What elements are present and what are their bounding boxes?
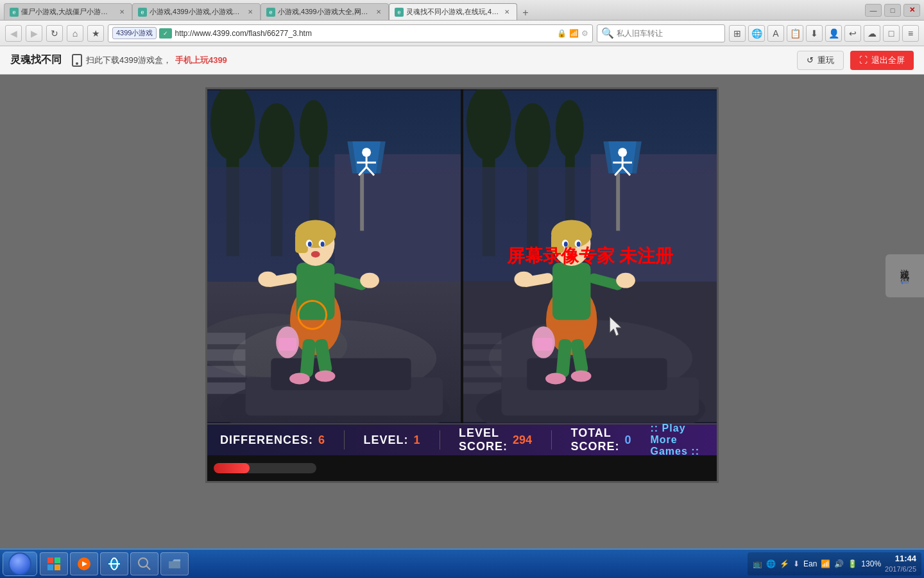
- promo-text: 扫此下载4399游戏盒，: [86, 55, 171, 66]
- favorites-button[interactable]: 📋: [787, 25, 803, 42]
- fullscreen-button[interactable]: ⛶ 退出全屏: [850, 51, 914, 70]
- svg-point-40: [258, 272, 277, 287]
- svg-rect-28: [296, 263, 335, 320]
- game-container: 屏幕录像专家 未注册 Differences: 6 Level: 1 Level…: [205, 87, 719, 483]
- download-button[interactable]: ⬇: [806, 25, 823, 42]
- svg-point-67: [618, 148, 627, 157]
- tab-3-close[interactable]: ✕: [374, 8, 383, 17]
- hud-differences: Differences: 6: [220, 434, 325, 447]
- total-label: Total Score:: [570, 426, 619, 453]
- bookmark-button[interactable]: ★: [87, 25, 104, 42]
- back-button[interactable]: ◀: [5, 25, 22, 42]
- network-icon: 📶: [821, 559, 830, 568]
- accelerator-icon: ⚡: [780, 559, 789, 568]
- tab-3-favicon: e: [266, 8, 275, 17]
- refresh-icon: ↺: [807, 55, 814, 65]
- game-title: 灵魂找不同: [10, 53, 62, 67]
- tab-1-close[interactable]: ✕: [117, 8, 126, 17]
- nav-bar: ◀ ▶ ↻ ⌂ ★ 4399小游戏 ✓ 🔒 📶 ⚙ 🔍 ⊞ 🌐 A 📋 ⬇ 👤 …: [0, 21, 924, 46]
- taskbar: 📺 🌐 ⚡ ⬇ Ean 📶 🔊 🔋 130% 11:44 2017/6/25: [0, 548, 924, 578]
- taskbar-app-4[interactable]: [160, 552, 189, 575]
- score-label: Level Score:: [459, 426, 508, 453]
- tab-4[interactable]: e 灵魂找不同小游戏,在线玩,4399... ✕: [389, 3, 517, 20]
- play-more-button[interactable]: :: Play More Games ::: [651, 423, 704, 457]
- ie-icon: [107, 557, 121, 571]
- search-engine-icon: 🔍: [601, 27, 614, 39]
- taskbar-app-ie[interactable]: [100, 552, 128, 575]
- toolbar-right: ↺ 重玩 ⛶ 退出全屏: [797, 51, 914, 70]
- cloud-button[interactable]: ☁: [864, 25, 880, 42]
- tab-4-favicon: e: [395, 8, 404, 17]
- folder-icon: [167, 557, 182, 571]
- tab-1-favicon: e: [10, 8, 19, 17]
- browser-icon: 🌐: [766, 559, 776, 568]
- screen-button[interactable]: □: [883, 25, 900, 42]
- hud-level: Level: 1: [363, 434, 420, 447]
- timer-track: [214, 463, 316, 473]
- undo-button[interactable]: ↩: [844, 25, 861, 42]
- new-tab-button[interactable]: +: [517, 6, 534, 20]
- svg-point-44: [315, 371, 336, 382]
- tab-2-title: 小游戏,4399小游戏,小游戏大全.5...: [150, 7, 243, 17]
- svg-rect-59: [463, 333, 502, 344]
- security-icon: 🔒: [557, 29, 567, 38]
- tab-1[interactable]: e 僵尸小游戏,大战僵尸小游戏,僵尸... ✕: [4, 3, 132, 20]
- close-button[interactable]: ✕: [903, 4, 920, 17]
- timer-fill: [214, 463, 250, 473]
- search-box[interactable]: 🔍: [597, 24, 725, 42]
- tab-4-title: 灵魂找不同小游戏,在线玩,4399...: [406, 7, 500, 17]
- svg-point-35: [321, 241, 325, 247]
- user-button[interactable]: 👤: [825, 25, 842, 42]
- address-bar[interactable]: 4399小游戏 ✓ 🔒 📶 ⚙: [108, 24, 593, 42]
- promo-link[interactable]: 手机上玩4399: [175, 55, 227, 66]
- forward-button[interactable]: ▶: [26, 25, 42, 42]
- svg-rect-98: [55, 557, 60, 563]
- reader-button[interactable]: A: [767, 25, 784, 42]
- svg-rect-74: [527, 358, 667, 390]
- svg-point-87: [616, 273, 635, 288]
- minimize-button[interactable]: —: [865, 4, 882, 17]
- menu-button[interactable]: ≡: [902, 25, 919, 42]
- right-panel[interactable]: 游戏玩法 ←: [886, 254, 924, 297]
- right-scene[interactable]: 屏幕录像专家 未注册: [463, 89, 717, 423]
- svg-point-83: [577, 241, 581, 247]
- language-badge: Ean: [803, 559, 817, 568]
- svg-rect-97: [47, 557, 53, 563]
- tab-2-close[interactable]: ✕: [246, 8, 255, 17]
- home-button[interactable]: ⌂: [67, 25, 83, 42]
- left-scene[interactable]: [207, 89, 461, 423]
- refresh-button[interactable]: ↻: [46, 25, 63, 42]
- clock-date: 2017/6/25: [885, 565, 916, 574]
- url-input[interactable]: [175, 29, 554, 38]
- right-panel-arrow-icon[interactable]: ←: [898, 275, 911, 290]
- start-orb-icon: [8, 552, 31, 575]
- start-button[interactable]: [3, 552, 37, 576]
- right-scene-svg: [463, 89, 717, 423]
- tab-2[interactable]: e 小游戏,4399小游戏,小游戏大全.5... ✕: [132, 3, 261, 20]
- window-controls: — □ ✕: [865, 4, 920, 17]
- fullscreen-icon: ⛶: [859, 55, 868, 65]
- svg-point-54: [556, 100, 584, 157]
- svg-point-84: [567, 251, 576, 258]
- grid-view-button[interactable]: ⊞: [729, 25, 746, 42]
- windows-icon: [47, 557, 61, 571]
- taskbar-app-1[interactable]: [40, 552, 68, 575]
- svg-rect-94: [535, 338, 552, 351]
- taskbar-app-2[interactable]: [70, 552, 98, 575]
- svg-point-88: [514, 272, 533, 287]
- game-scene[interactable]: 屏幕录像专家 未注册: [207, 89, 717, 423]
- right-panel-text: 游戏玩法: [899, 262, 911, 267]
- main-content: 屏幕录像专家 未注册 Differences: 6 Level: 1 Level…: [0, 74, 924, 548]
- maximize-button[interactable]: □: [884, 4, 901, 17]
- taskbar-app-3[interactable]: [130, 552, 158, 575]
- left-scene-svg: [207, 89, 461, 423]
- svg-point-34: [308, 241, 312, 247]
- tab-4-close[interactable]: ✕: [502, 8, 511, 17]
- svg-point-36: [311, 251, 320, 258]
- tab-3[interactable]: e 小游戏,4399小游戏大全,网页游... ✕: [261, 3, 389, 20]
- hud-score: Level Score: 294: [459, 426, 532, 453]
- game-refresh-button[interactable]: ↺ 重玩: [797, 51, 844, 70]
- translate-button[interactable]: 🌐: [748, 25, 765, 42]
- svg-rect-100: [55, 565, 60, 570]
- search-input[interactable]: [617, 29, 721, 38]
